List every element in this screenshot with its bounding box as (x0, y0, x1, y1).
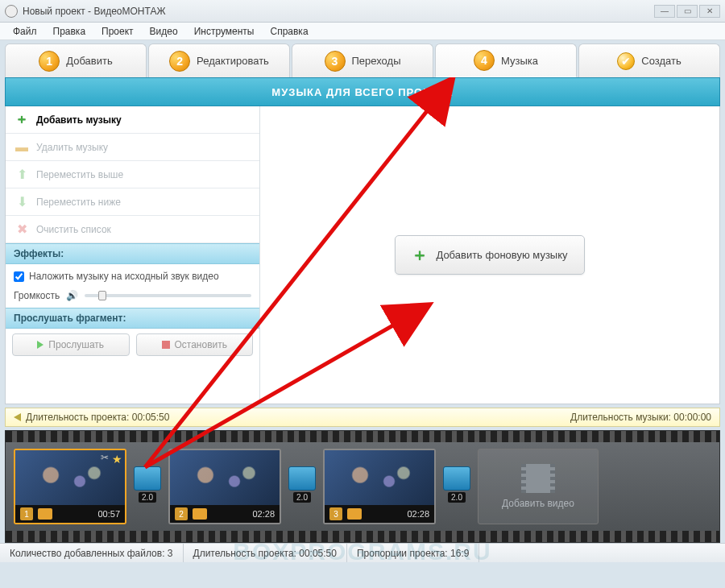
edit-icon[interactable] (193, 508, 207, 520)
plus-icon: ＋ (14, 112, 30, 128)
clear-list-button[interactable]: ✖ Очистить список (6, 216, 259, 243)
add-bg-music-label: Добавить фоновую музыку (436, 249, 567, 261)
preview-header: Прослушать фрагмент: (6, 308, 259, 329)
transition-icon (443, 466, 470, 491)
clip-thumbnail (325, 450, 434, 507)
statusbar: Количество добавленных файлов: 3 Длитель… (0, 543, 725, 562)
music-drop-area: ＋ Добавить фоновую музыку (260, 106, 719, 404)
duration-bar: Длительность проекта: 00:05:50 Длительно… (5, 408, 720, 427)
tab-create-label: Создать (641, 55, 681, 67)
plus-icon: ＋ (412, 244, 428, 266)
edit-icon[interactable] (347, 508, 362, 520)
minimize-button[interactable]: — (654, 5, 675, 18)
volume-label: Громкость (14, 290, 60, 301)
status-files: Количество добавленных файлов: 3 (0, 544, 184, 562)
maximize-button[interactable]: ▭ (677, 5, 698, 18)
add-bg-music-button[interactable]: ＋ Добавить фоновую музыку (395, 235, 584, 275)
add-music-label: Добавить музыку (36, 114, 122, 126)
clip-bar: 1 00:57 (15, 505, 125, 523)
overlay-checkbox-row[interactable]: Наложить музыку на исходный звук видео (14, 271, 251, 282)
effects-header: Эффекты: (6, 243, 259, 264)
status-aspect: Пропорции проекта: 16:9 (347, 544, 479, 562)
overlay-label: Наложить музыку на исходный звук видео (29, 271, 219, 282)
clip-bar: 2 02:28 (170, 505, 280, 523)
preview-buttons: Прослушать Остановить (6, 329, 259, 361)
menu-project[interactable]: Проект (93, 26, 142, 37)
tab-transitions[interactable]: 3Переходы (292, 43, 433, 77)
menu-tools[interactable]: Инструменты (186, 26, 263, 37)
window-title: Новый проект - ВидеоМОНТАЖ (23, 6, 166, 17)
clip-time: 00:57 (97, 509, 120, 519)
clip-1[interactable]: ✂ ★ 1 00:57 (14, 449, 126, 524)
transition-1[interactable]: 2.0 (133, 466, 162, 507)
menu-video[interactable]: Видео (142, 26, 186, 37)
menu-help[interactable]: Справка (262, 26, 316, 37)
folder-icon: ▬ (14, 139, 30, 155)
status-aspect-value: 16:9 (450, 548, 469, 559)
move-up-button[interactable]: ⬆ Переместить выше (6, 161, 259, 188)
tab-edit[interactable]: 2Редактировать (148, 43, 290, 77)
music-duration-value: 00:00:00 (673, 412, 711, 423)
check-icon: ✔ (617, 52, 635, 70)
transition-duration: 2.0 (139, 492, 156, 503)
tab-add-label: Добавить (66, 55, 112, 67)
panel-banner: МУЗЫКА ДЛЯ ВСЕГО ПРОЕКТА (5, 77, 720, 106)
transition-3[interactable]: 2.0 (442, 466, 471, 507)
add-video-label: Добавить видео (502, 498, 574, 509)
filmstrip-bottom (6, 531, 719, 542)
project-duration-label: Длительность проекта: (26, 412, 129, 423)
effects-body: Наложить музыку на исходный звук видео Г… (6, 264, 259, 308)
volume-slider[interactable] (85, 294, 251, 297)
clip-time: 02:28 (252, 509, 275, 519)
project-duration-value: 00:05:50 (132, 412, 170, 423)
status-files-value: 3 (168, 548, 173, 559)
transition-icon (288, 466, 316, 491)
star-icon: ★ (112, 453, 122, 466)
timeline: ✂ ★ 1 00:57 2.0 2 02:28 2.0 3 02:28 (5, 430, 720, 543)
edit-icon[interactable] (38, 508, 52, 520)
tab-edit-label: Редактировать (197, 55, 269, 67)
clear-list-label: Очистить список (36, 224, 111, 235)
clip-3[interactable]: 3 02:28 (323, 449, 436, 524)
play-button[interactable]: Прослушать (12, 333, 130, 356)
clip-2[interactable]: 2 02:28 (168, 449, 281, 524)
delete-music-button[interactable]: ▬ Удалить музыку (6, 134, 259, 161)
delete-music-label: Удалить музыку (36, 142, 108, 153)
arrow-left-icon (14, 413, 21, 421)
arrow-up-icon: ⬆ (14, 167, 30, 183)
workarea: ＋ Добавить музыку ▬ Удалить музыку ⬆ Пер… (5, 106, 720, 404)
status-duration-label: Длительность проекта: (193, 548, 296, 559)
clip-index: 1 (20, 507, 33, 520)
menu-file[interactable]: Файл (5, 26, 45, 37)
step-1-icon: 1 (39, 51, 60, 72)
volume-thumb[interactable] (98, 291, 106, 300)
step-2-icon: 2 (169, 51, 190, 72)
play-label: Прослушать (48, 339, 104, 350)
transition-2[interactable]: 2.0 (288, 466, 317, 507)
stop-icon (162, 341, 170, 349)
tab-create[interactable]: ✔Создать (578, 43, 720, 77)
tab-music[interactable]: 4Музыка (435, 43, 577, 77)
window-buttons: — ▭ ✕ (654, 5, 720, 18)
transition-icon (134, 466, 161, 491)
add-video-button[interactable]: Добавить видео (478, 449, 599, 524)
add-music-button[interactable]: ＋ Добавить музыку (6, 106, 259, 134)
menu-edit[interactable]: Правка (45, 26, 94, 37)
status-files-label: Количество добавленных файлов: (10, 548, 164, 559)
clip-index: 2 (175, 507, 188, 520)
clip-bar: 3 02:28 (325, 505, 434, 523)
volume-row: Громкость 🔊 (14, 290, 251, 301)
x-icon: ✖ (14, 222, 30, 238)
overlay-checkbox[interactable] (14, 271, 24, 282)
clip-thumbnail (170, 450, 280, 507)
tab-add[interactable]: 1Добавить (5, 43, 147, 77)
app-icon (5, 5, 18, 18)
tab-transitions-label: Переходы (352, 55, 401, 67)
close-button[interactable]: ✕ (699, 5, 720, 18)
status-duration-value: 00:05:50 (299, 548, 337, 559)
step-3-icon: 3 (325, 51, 346, 72)
menubar: Файл Правка Проект Видео Инструменты Спр… (0, 23, 725, 40)
stop-button[interactable]: Остановить (136, 333, 254, 356)
scissors-icon: ✂ (101, 452, 109, 463)
move-down-button[interactable]: ⬇ Переместить ниже (6, 188, 259, 216)
